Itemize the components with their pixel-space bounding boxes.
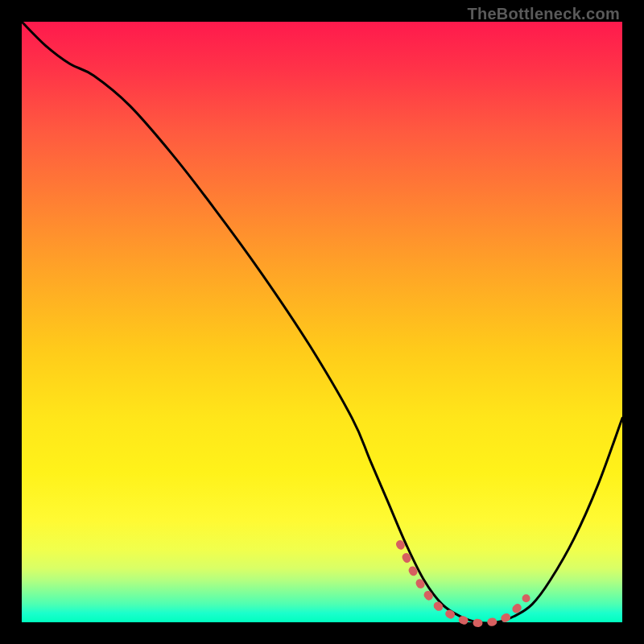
watermark: TheBottleneck.com: [467, 5, 620, 23]
minimum-highlight: [400, 544, 526, 623]
chart-plot: [22, 22, 622, 622]
bottleneck-curve: [22, 22, 622, 623]
